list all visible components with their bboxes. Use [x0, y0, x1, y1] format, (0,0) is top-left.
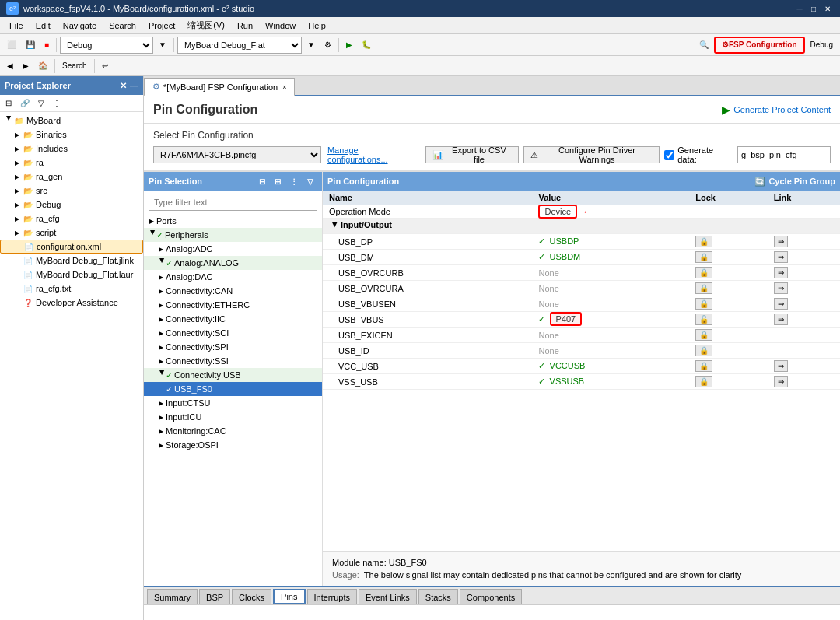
tree-item-ra_gen[interactable]: ▶ 📂 ra_gen: [0, 170, 143, 184]
tab-components[interactable]: Components: [460, 589, 522, 604]
cell-usb-vbus-lock[interactable]: 🔓: [689, 312, 768, 328]
menu-view[interactable]: 缩视图(V): [181, 18, 231, 33]
ps-peripherals-item[interactable]: ▶ ✓ Peripherals: [144, 228, 322, 242]
tree-item-developer-assistance[interactable]: ❓ Developer Assistance: [0, 296, 143, 310]
cell-vss-usb-lock[interactable]: 🔒: [689, 374, 768, 390]
ps-connectivity-can-item[interactable]: ▶ Connectivity:CAN: [144, 284, 322, 298]
cell-vcc-usb-lock[interactable]: 🔒: [689, 359, 768, 374]
ps-collapse-btn[interactable]: ⊟: [255, 173, 269, 190]
tree-item-ra_cfg_txt[interactable]: 📄 ra_cfg.txt: [0, 282, 143, 296]
cell-usb-exicen-value[interactable]: None: [532, 328, 689, 343]
usb-vbus-lock-btn[interactable]: 🔓: [695, 314, 712, 325]
cell-usb-dp-value[interactable]: ✓ USBDP: [532, 234, 689, 250]
ps-connectivity-ssi-item[interactable]: ▶ Connectivity:SSI: [144, 354, 322, 368]
cell-usb-ovrcurb-link[interactable]: ⇒: [768, 265, 840, 281]
configure-warnings-btn[interactable]: ⚠ Configure Pin Driver Warnings: [523, 146, 660, 163]
cell-usb-ovrcurb-lock[interactable]: 🔒: [689, 265, 768, 281]
ps-usb-fs0-item[interactable]: ✓ USB_FS0: [144, 382, 322, 396]
toolbar-new-btn[interactable]: ⬜: [3, 37, 20, 54]
toolbar-debug-label[interactable]: Debug: [807, 37, 837, 54]
tree-item-src[interactable]: ▶ 📂 src: [0, 184, 143, 198]
ps-input-icu-item[interactable]: ▶ Input:ICU: [144, 410, 322, 424]
device-combo[interactable]: MyBoard Debug_Flat: [177, 37, 302, 54]
menu-navigate[interactable]: Navigate: [57, 19, 103, 32]
tree-item-ra_cfg[interactable]: ▶ 📂 ra_cfg: [0, 212, 143, 226]
ps-connectivity-spi-item[interactable]: ▶ Connectivity:SPI: [144, 340, 322, 354]
cell-usb-ovrcurb-value[interactable]: None: [532, 265, 689, 281]
panel-minimize-icon[interactable]: —: [130, 81, 138, 90]
usb-dm-link-btn[interactable]: ⇒: [774, 251, 788, 263]
menu-help[interactable]: Help: [302, 19, 332, 32]
vss-usb-lock-btn[interactable]: 🔒: [695, 376, 712, 387]
toolbar-combo-arrow[interactable]: ▼: [155, 37, 170, 54]
usb-id-lock-btn[interactable]: 🔒: [695, 345, 712, 356]
usb-ovrcura-lock-btn[interactable]: 🔒: [695, 282, 712, 294]
cell-usb-vbus-value[interactable]: ✓ P407: [532, 312, 689, 328]
maximize-button[interactable]: □: [807, 2, 820, 15]
cell-vss-usb-link[interactable]: ⇒: [768, 374, 840, 390]
ps-storage-ospi-item[interactable]: ▶ Storage:OSPI: [144, 438, 322, 452]
cell-usb-dm-link[interactable]: ⇒: [768, 250, 840, 265]
cell-vcc-usb-link[interactable]: ⇒: [768, 359, 840, 374]
usb-ovrcura-link-btn[interactable]: ⇒: [774, 282, 788, 294]
ps-analog-analog-item[interactable]: ▶ ✓ Analog:ANALOG: [144, 256, 322, 270]
minimize-button[interactable]: ─: [793, 2, 806, 15]
menu-window[interactable]: Window: [259, 19, 302, 32]
usb-vbusen-lock-btn[interactable]: 🔒: [695, 298, 712, 310]
tab-bsp[interactable]: BSP: [199, 589, 230, 604]
tree-item-ra[interactable]: ▶ 📂 ra: [0, 156, 143, 170]
tab-stacks[interactable]: Stacks: [418, 589, 458, 604]
toolbar-stop-btn[interactable]: ■: [40, 37, 53, 54]
toolbar-save-btn[interactable]: 💾: [22, 37, 39, 54]
usb-exicen-lock-btn[interactable]: 🔒: [695, 329, 712, 341]
menu-run[interactable]: Run: [231, 19, 259, 32]
pe-filter-btn[interactable]: ▽: [34, 95, 48, 112]
ps-monitoring-cac-item[interactable]: ▶ Monitoring:CAC: [144, 424, 322, 438]
vcc-usb-lock-btn[interactable]: 🔒: [695, 360, 712, 372]
ps-connectivity-etherc-item[interactable]: ▶ Connectivity:ETHERC: [144, 298, 322, 312]
cell-usb-dm-lock[interactable]: 🔒: [689, 250, 768, 265]
toolbar-settings-btn[interactable]: ⚙: [320, 37, 335, 54]
tab-pins[interactable]: Pins: [273, 589, 305, 604]
tree-item-includes[interactable]: ▶ 📂 Includes: [0, 142, 143, 156]
usb-vbusen-link-btn[interactable]: ⇒: [774, 298, 788, 310]
cell-usb-dm-value[interactable]: ✓ USBDM: [532, 250, 689, 265]
cell-usb-id-value[interactable]: None: [532, 343, 689, 359]
device-badge[interactable]: Device: [538, 205, 577, 219]
generate-data-input[interactable]: [737, 146, 831, 163]
ps-ports-item[interactable]: ▶ Ports: [144, 214, 322, 228]
export-csv-btn[interactable]: 📊 Export to CSV file: [425, 146, 519, 163]
ps-connectivity-sci-item[interactable]: ▶ Connectivity:SCI: [144, 326, 322, 340]
toolbar2-search-btn[interactable]: Search: [58, 58, 91, 75]
toolbar-run-btn[interactable]: ▶: [342, 37, 356, 54]
tree-item-jlink[interactable]: 📄 MyBoard Debug_Flat.jlink: [0, 254, 143, 268]
fsp-config-button[interactable]: ⚙ FSP Configuration: [714, 37, 805, 54]
ps-analog-adc-item[interactable]: ▶ Analog:ADC: [144, 242, 322, 256]
cell-usb-ovrcura-value[interactable]: None: [532, 281, 689, 296]
tab-interrupts[interactable]: Interrupts: [307, 589, 357, 604]
cell-usb-vbusen-value[interactable]: None: [532, 296, 689, 312]
toolbar2-misc-btn[interactable]: ↩: [98, 58, 112, 75]
tab-summary[interactable]: Summary: [147, 589, 198, 604]
pin-filter-input[interactable]: [149, 194, 317, 211]
home-btn[interactable]: 🏠: [34, 58, 51, 75]
generate-data-checkbox[interactable]: [664, 150, 674, 160]
ps-filter-btn[interactable]: ▽: [303, 173, 317, 190]
tree-item-myboard[interactable]: ▶ 📁 MyBoard: [0, 114, 143, 128]
cell-usb-vbusen-link[interactable]: ⇒: [768, 296, 840, 312]
panel-close-icon[interactable]: ✕: [120, 81, 127, 91]
usb-dp-link-btn[interactable]: ⇒: [774, 236, 788, 247]
cycle-pin-group-btn[interactable]: 🔄 Cycle Pin Group: [754, 177, 835, 187]
pe-menu-btn[interactable]: ⋮: [49, 95, 65, 112]
cell-usb-id-lock[interactable]: 🔒: [689, 343, 768, 359]
usb-vbus-link-btn[interactable]: ⇒: [774, 314, 788, 325]
pe-collapse-btn[interactable]: ⊟: [2, 95, 16, 112]
cell-usb-vbus-link[interactable]: ⇒: [768, 312, 840, 328]
vss-usb-link-btn[interactable]: ⇒: [774, 376, 788, 387]
pincfg-select[interactable]: R7FA6M4AF3CFB.pincfg: [153, 146, 321, 163]
debug-combo[interactable]: Debug: [60, 37, 153, 54]
tree-item-laur[interactable]: 📄 MyBoard Debug_Flat.laur: [0, 268, 143, 282]
window-controls[interactable]: ─ □ ✕: [793, 2, 834, 15]
cell-usb-dp-lock[interactable]: 🔒: [689, 234, 768, 250]
cell-usb-ovrcura-link[interactable]: ⇒: [768, 281, 840, 296]
